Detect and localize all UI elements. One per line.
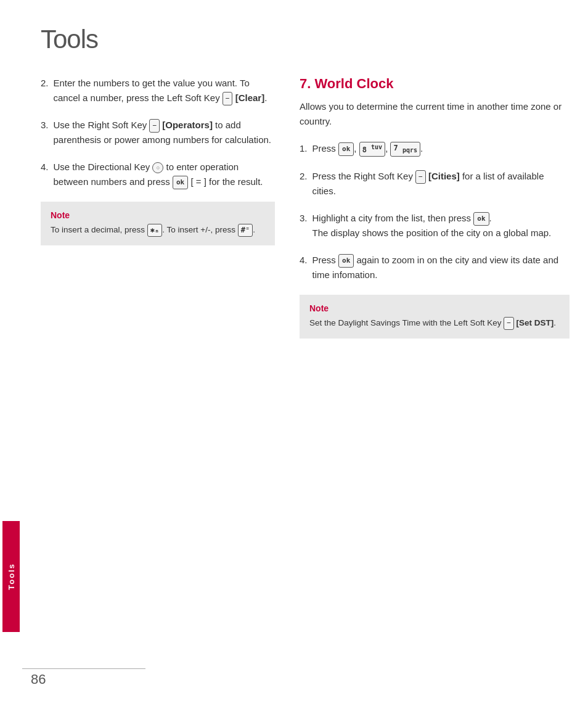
list-number-2: 2. (41, 76, 49, 105)
list-item-4: 4. Use the Directional Key ○ to enter op… (41, 160, 275, 189)
key-8tuv: 8 tuv (359, 142, 386, 157)
list-body-4: Use the Directional Key ○ to enter opera… (54, 160, 275, 189)
operators-label: [Operators] (162, 120, 213, 130)
footer-line (22, 668, 145, 669)
list-body-3: Use the Right Soft Key − [Operators] to … (54, 118, 275, 147)
right-list-item-2: 2. Press the Right Soft Key − [Cities] f… (300, 169, 570, 199)
list-number-3: 3. (41, 118, 49, 147)
key-ok-equals: ok (173, 176, 188, 189)
section-intro: Allows you to determine the current time… (300, 99, 570, 129)
key-right-soft-cities: − (415, 170, 426, 184)
key-left-soft-clear: − (223, 92, 233, 105)
right-list-item-1: 1. Press ok, 8 tuv, 7 pqrs. (300, 141, 570, 157)
key-right-soft-operators: − (149, 119, 160, 133)
page-footer: 86 (31, 671, 570, 688)
main-content: Tools 2. Enter the numbers to get the va… (22, 0, 588, 706)
key-ok-4: ok (338, 254, 354, 268)
page-number: 86 (31, 671, 46, 688)
right-list-number-3: 3. (300, 211, 308, 240)
key-ok-1: ok (338, 142, 354, 156)
list-body-2: Enter the numbers to get the value you w… (54, 76, 275, 105)
right-list-number-4: 4. (300, 253, 308, 282)
list-item-2: 2. Enter the numbers to get the value yo… (41, 76, 275, 105)
note-box-left: Note To insert a decimal, press ✱ₙ. To i… (41, 202, 275, 245)
clear-label: [Clear] (235, 92, 265, 103)
note-text-right: Set the Daylight Savings Time with the L… (309, 317, 560, 330)
note-title-left: Note (51, 210, 265, 220)
sidebar-label: Tools (7, 563, 16, 590)
right-list-number-2: 2. (300, 169, 308, 199)
note-box-right: Note Set the Daylight Savings Time with … (300, 295, 570, 339)
directional-key-icon: ○ (152, 162, 163, 173)
left-column: 2. Enter the numbers to get the value yo… (41, 76, 275, 681)
sidebar-bar: Tools (2, 521, 20, 632)
key-star: ✱ₙ (147, 224, 162, 237)
right-list-number-1: 1. (300, 141, 308, 157)
section-title: World Clock (314, 76, 393, 91)
sidebar: Tools (0, 0, 22, 706)
cities-label: [Cities] (428, 171, 460, 181)
right-list-item-4: 4. Press ok again to zoom in on the city… (300, 253, 570, 282)
note-title-right: Note (309, 303, 560, 313)
right-list-body-3: Highlight a city from the list, then pre… (312, 211, 570, 240)
list-item-3: 3. Use the Right Soft Key − [Operators] … (41, 118, 275, 147)
right-column: 7. World Clock Allows you to determine t… (300, 76, 570, 681)
section-number: 7. (300, 76, 311, 91)
section-heading: 7. World Clock (300, 76, 570, 92)
list-number-4: 4. (41, 160, 49, 189)
page-title: Tools (41, 25, 570, 54)
right-list-body-1: Press ok, 8 tuv, 7 pqrs. (312, 141, 570, 157)
two-columns: 2. Enter the numbers to get the value yo… (41, 76, 570, 681)
note-text-left: To insert a decimal, press ✱ₙ. To insert… (51, 224, 265, 237)
right-list-body-4: Press ok again to zoom in on the city an… (312, 253, 570, 282)
page-container: Tools Tools 2. Enter the numbers to get … (0, 0, 588, 706)
key-hash: #⁼ (238, 224, 253, 237)
key-ok-3: ok (473, 212, 489, 226)
right-list-item-3: 3. Highlight a city from the list, then … (300, 211, 570, 240)
key-left-soft-dst: − (504, 317, 514, 330)
set-dst-label: [Set DST] (517, 318, 554, 327)
key-7pqrs: 7 pqrs (390, 142, 420, 156)
right-list-body-2: Press the Right Soft Key − [Cities] for … (312, 169, 570, 199)
